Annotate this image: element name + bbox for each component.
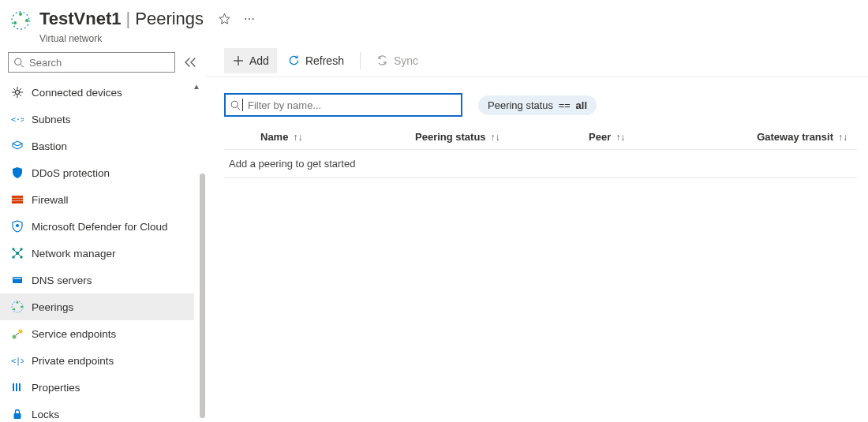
sidebar-item-label: Bastion xyxy=(32,140,67,152)
sidebar-search-input[interactable] xyxy=(29,57,170,69)
sidebar-item-label: DDoS protection xyxy=(32,167,110,179)
column-label: Gateway transit xyxy=(757,131,833,143)
sidebar-item-private-endpoints[interactable]: <|> Private endpoints xyxy=(0,347,194,374)
svg-line-13 xyxy=(13,95,16,97)
blade-header: TestVnet1 | Peerings ⋯ Virtual network xyxy=(0,0,868,44)
plus-icon xyxy=(232,54,245,67)
table-body: Add a peering to get started xyxy=(224,149,857,178)
sidebar-item-subnets[interactable]: <·> Subnets xyxy=(0,106,194,133)
svg-line-33 xyxy=(16,333,19,335)
sort-icon: ↑↓ xyxy=(293,132,302,143)
filter-name-input[interactable] xyxy=(224,93,462,117)
scroll-up-indicator[interactable]: ▲ xyxy=(193,82,200,91)
sort-icon: ↑↓ xyxy=(615,132,625,143)
filter-name-field[interactable] xyxy=(248,99,456,111)
refresh-button[interactable]: Refresh xyxy=(280,48,352,73)
sidebar-item-label: DNS servers xyxy=(32,274,92,286)
refresh-icon xyxy=(288,54,301,67)
favorite-button[interactable] xyxy=(211,6,237,32)
lock-icon xyxy=(11,408,24,419)
column-gateway-transit[interactable]: Gateway transit ↑↓ xyxy=(746,131,854,143)
column-label: Peer xyxy=(589,131,611,143)
svg-point-32 xyxy=(19,330,23,334)
more-button[interactable]: ⋯ xyxy=(237,6,262,32)
svg-point-2 xyxy=(25,19,28,22)
sort-icon: ↑↓ xyxy=(491,132,500,143)
svg-point-6 xyxy=(16,91,20,95)
column-peer[interactable]: Peer ↑↓ xyxy=(589,131,746,143)
sidebar-item-connected-devices[interactable]: Connected devices xyxy=(0,79,194,106)
sidebar-item-bastion[interactable]: Bastion xyxy=(0,133,194,159)
sidebar-item-defender[interactable]: Microsoft Defender for Cloud xyxy=(0,213,194,240)
sidebar-item-ddos[interactable]: DDoS protection xyxy=(0,159,194,186)
sidebar-search[interactable] xyxy=(8,52,175,73)
column-label: Peering status xyxy=(415,131,486,143)
command-divider xyxy=(360,52,361,69)
svg-point-19 xyxy=(16,224,19,227)
sort-icon: ↑↓ xyxy=(838,132,847,143)
sidebar-item-dns-servers[interactable]: DNS servers xyxy=(0,267,194,293)
sidebar-item-peerings[interactable]: Peerings xyxy=(0,293,194,320)
main-pane: Add Refresh Sync xyxy=(207,44,868,420)
subnets-icon: <·> xyxy=(11,113,24,125)
private-endpoints-icon: <|> xyxy=(11,354,24,367)
sidebar-item-label: Peerings xyxy=(32,301,73,313)
sidebar-item-firewall[interactable]: Firewall xyxy=(0,186,194,213)
filter-pill-field: Peering status xyxy=(488,99,553,111)
svg-point-41 xyxy=(231,101,238,107)
svg-line-14 xyxy=(20,95,22,97)
service-endpoints-icon xyxy=(11,327,24,340)
filter-pill-op: == xyxy=(556,99,573,111)
resource-name: TestVnet1 xyxy=(39,9,122,29)
sidebar-item-label: Connected devices xyxy=(32,87,122,99)
sidebar-item-label: Microsoft Defender for Cloud xyxy=(32,221,168,233)
svg-point-29 xyxy=(21,306,23,308)
sidebar-item-properties[interactable]: Properties xyxy=(0,374,194,401)
svg-point-1 xyxy=(19,13,22,16)
column-name[interactable]: Name ↑↓ xyxy=(227,131,415,143)
refresh-label: Refresh xyxy=(305,54,344,67)
svg-text:<·>: <·> xyxy=(11,115,24,124)
svg-text:<|>: <|> xyxy=(11,357,24,366)
network-manager-icon xyxy=(11,247,24,260)
text-caret xyxy=(242,99,243,111)
sidebar-item-label: Service endpoints xyxy=(32,328,116,340)
svg-point-4 xyxy=(15,58,21,65)
table-header: Name ↑↓ Peering status ↑↓ Peer ↑↓ Gatewa… xyxy=(224,131,857,149)
sync-label: Sync xyxy=(394,54,418,67)
sidebar-item-service-endpoints[interactable]: Service endpoints xyxy=(0,320,194,347)
svg-line-12 xyxy=(20,88,22,91)
bastion-icon xyxy=(11,140,24,152)
sidebar-item-label: Subnets xyxy=(32,114,71,125)
column-label: Name xyxy=(260,131,288,143)
shield-icon xyxy=(11,166,24,179)
add-label: Add xyxy=(249,54,269,67)
sidebar-item-label: Locks xyxy=(32,409,59,420)
column-peering-status[interactable]: Peering status ↑↓ xyxy=(415,131,589,143)
defender-icon xyxy=(11,220,24,233)
sidebar-scrollbar[interactable] xyxy=(200,174,205,418)
sidebar-item-locks[interactable]: Locks xyxy=(0,401,194,419)
svg-point-3 xyxy=(13,21,17,24)
dns-icon xyxy=(11,274,24,286)
page-name: Peerings xyxy=(135,9,204,29)
svg-line-5 xyxy=(21,64,24,67)
svg-point-31 xyxy=(13,335,17,339)
svg-point-28 xyxy=(17,301,19,304)
peerings-icon xyxy=(11,301,24,313)
add-button[interactable]: Add xyxy=(224,48,277,73)
filter-pill-value: all xyxy=(576,99,587,111)
collapse-sidebar-button[interactable] xyxy=(181,54,199,71)
sidebar-item-label: Properties xyxy=(32,382,80,394)
sidebar-item-network-manager[interactable]: Network manager xyxy=(0,240,194,267)
sidebar-item-label: Private endpoints xyxy=(32,355,114,367)
svg-rect-26 xyxy=(13,278,21,279)
sync-button: Sync xyxy=(369,48,426,73)
sidebar-item-label: Firewall xyxy=(32,194,69,206)
vnet-icon xyxy=(9,9,32,32)
sidebar: ▲ Connected devices <·> Subnets xyxy=(0,44,207,420)
svg-line-11 xyxy=(13,88,16,91)
svg-line-42 xyxy=(238,106,241,110)
title-separator: | xyxy=(122,9,136,29)
filter-pill-status[interactable]: Peering status == all xyxy=(478,95,597,115)
